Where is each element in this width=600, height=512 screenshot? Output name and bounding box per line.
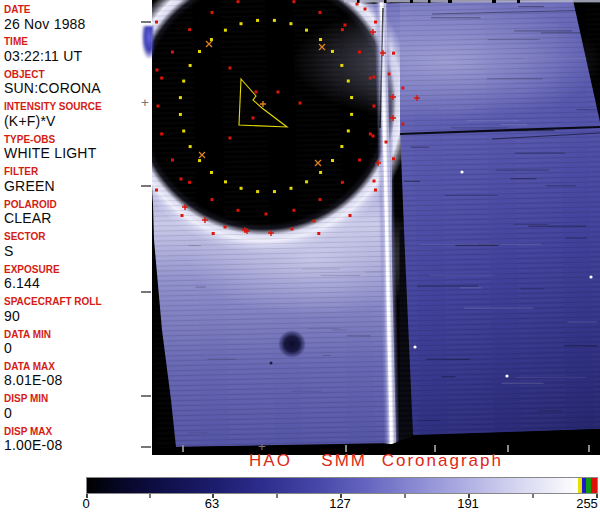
star-point bbox=[413, 345, 416, 348]
colorbar-tick-label: 0 bbox=[82, 496, 89, 511]
metadata-sidebar: DATE26 Nov 1988TIME03:22:11 UTOBJECTSUN:… bbox=[0, 0, 152, 455]
left-axis-tick bbox=[141, 291, 151, 293]
field-value: 26 Nov 1988 bbox=[4, 17, 151, 32]
calibration-dot bbox=[273, 19, 276, 22]
field-label: FILTER bbox=[4, 167, 151, 178]
field-label: DISP MAX bbox=[4, 427, 151, 438]
calibration-dot bbox=[211, 198, 214, 201]
calibration-dot bbox=[277, 91, 280, 94]
sidebar-field-disp-max: DISP MAX1.00E-08 bbox=[4, 427, 151, 453]
calibration-dot bbox=[180, 214, 183, 217]
axis-plus-mark: + bbox=[141, 96, 149, 109]
calibration-dot bbox=[373, 105, 376, 108]
calibration-dot bbox=[356, 3, 359, 6]
calibration-dot bbox=[319, 171, 322, 174]
page-title: HAO SMM Coronagraph bbox=[152, 451, 600, 471]
calibration-dot bbox=[350, 96, 353, 99]
field-value: GREEN bbox=[4, 179, 151, 194]
calibration-dot bbox=[198, 50, 201, 53]
colorbar-tick-label: 191 bbox=[457, 496, 479, 511]
field-label: INTENSITY SOURCE bbox=[4, 102, 151, 113]
field-value: WHITE LIGHT bbox=[4, 146, 151, 161]
sidebar-field-data-max: DATA MAX8.01E-08 bbox=[4, 362, 151, 388]
calibration-dot bbox=[299, 102, 302, 105]
calibration-dot bbox=[344, 24, 347, 27]
calibration-dot bbox=[292, 209, 295, 212]
sidebar-field-type-obs: TYPE-OBSWHITE LIGHT bbox=[4, 135, 151, 161]
dust-blob bbox=[278, 330, 306, 358]
field-value: 0 bbox=[4, 341, 151, 356]
calibration-dot bbox=[313, 220, 316, 223]
sidebar-field-disp-min: DISP MIN0 bbox=[4, 394, 151, 420]
calibration-dot bbox=[160, 132, 163, 135]
field-value: 8.01E-08 bbox=[4, 373, 151, 388]
calibration-dot bbox=[237, 0, 240, 3]
calibration-dot bbox=[224, 180, 227, 183]
bottom-axis-tick bbox=[507, 445, 509, 452]
calibration-dot bbox=[319, 198, 322, 201]
calibration-dot bbox=[237, 209, 240, 212]
calibration-dot bbox=[347, 79, 350, 82]
calibration-dot bbox=[182, 130, 185, 133]
star-point bbox=[505, 374, 508, 377]
calibration-dot bbox=[331, 159, 334, 162]
left-axis-tick bbox=[141, 446, 151, 448]
left-axis-tick bbox=[141, 395, 151, 397]
calibration-dot bbox=[291, 228, 294, 231]
intensity-colorbar bbox=[86, 477, 598, 494]
colorbar-minor-tick bbox=[404, 494, 406, 498]
field-value: 6.144 bbox=[4, 276, 151, 291]
star-point bbox=[589, 275, 592, 278]
calibration-dot bbox=[273, 190, 276, 193]
calibration-dot bbox=[350, 113, 353, 116]
field-label: SECTOR bbox=[4, 232, 151, 243]
field-value: SUN:CORONA bbox=[4, 81, 151, 96]
calibration-dot bbox=[401, 123, 404, 126]
calibration-dot bbox=[189, 145, 192, 148]
calibration-dot bbox=[179, 96, 182, 99]
bottom-axis-tick bbox=[588, 445, 590, 452]
colorbar-minor-tick bbox=[532, 494, 534, 498]
sidebar-field-exposure: EXPOSURE6.144 bbox=[4, 265, 151, 291]
sidebar-field-spacecraft-roll: SPACECRAFT ROLL90 bbox=[4, 297, 151, 323]
calibration-dot bbox=[347, 129, 350, 132]
bottom-axis-tick bbox=[182, 445, 184, 452]
calibration-dot bbox=[210, 171, 213, 174]
field-label: DATE bbox=[4, 5, 151, 16]
field-value: 90 bbox=[4, 309, 151, 324]
calibration-dot bbox=[210, 38, 213, 41]
frame-corner-smudge bbox=[142, 26, 153, 58]
calibration-dot bbox=[211, 11, 214, 14]
field-label: EXPOSURE bbox=[4, 265, 151, 276]
calibration-dot bbox=[157, 105, 160, 108]
colorbar-tick-label: 255 bbox=[576, 496, 598, 511]
calibration-dot bbox=[358, 159, 361, 162]
calibration-dot bbox=[179, 113, 182, 116]
calibration-dot bbox=[198, 159, 201, 162]
star-point bbox=[460, 170, 463, 173]
calibration-dot bbox=[256, 190, 259, 193]
calibration-dot bbox=[341, 181, 344, 184]
field-label: DATA MAX bbox=[4, 362, 151, 373]
calibration-dot bbox=[369, 77, 372, 80]
calibration-dot bbox=[240, 187, 243, 190]
colorbar-minor-tick bbox=[276, 494, 278, 498]
field-value: 1.00E-08 bbox=[4, 438, 151, 453]
calibration-dot bbox=[401, 86, 404, 89]
calibration-dot bbox=[374, 189, 377, 192]
sidebar-field-filter: FILTERGREEN bbox=[4, 167, 151, 193]
calibration-dot bbox=[349, 214, 352, 217]
calibration-dot bbox=[182, 80, 185, 83]
calibration-dot bbox=[255, 91, 258, 94]
calibration-dot bbox=[392, 157, 395, 160]
field-value: 03:22:11 UT bbox=[4, 49, 151, 64]
calibration-dot bbox=[224, 29, 227, 32]
calibration-dot bbox=[171, 159, 174, 162]
colorbar-minor-tick bbox=[149, 494, 151, 498]
colorbar-tick-label: 63 bbox=[205, 496, 219, 511]
field-value: S bbox=[4, 244, 151, 259]
calibration-dot bbox=[252, 117, 255, 120]
sidebar-field-date: DATE26 Nov 1988 bbox=[4, 5, 151, 31]
coronagraph-image-area bbox=[152, 0, 600, 455]
colorbar-tick-label: 127 bbox=[329, 496, 351, 511]
